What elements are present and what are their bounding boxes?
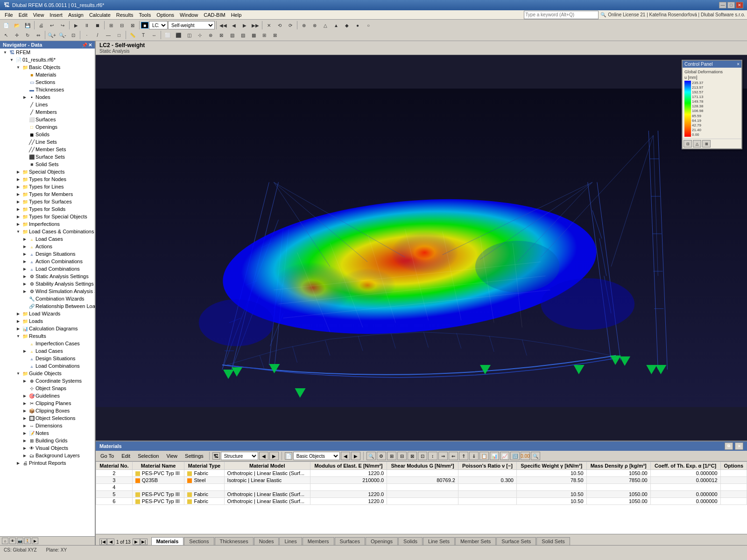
open-button[interactable]: 📂 <box>12 21 22 30</box>
tree-relationship-load[interactable]: 🔗 Relationship Between Load Case... <box>0 302 95 310</box>
tool-3[interactable]: ⟳ <box>285 21 296 30</box>
viewport-3d[interactable]: Control Panel × Global Deformations u [m… <box>96 55 747 441</box>
table-btn-4[interactable]: ⊡ <box>418 452 427 460</box>
page-next[interactable]: ▶ <box>133 539 140 545</box>
render-mode-2[interactable]: ▨ <box>238 30 248 40</box>
menu-assign[interactable]: Assign <box>65 12 86 18</box>
tree-results-lcombo[interactable]: ⟁ Load Combinations <box>0 362 95 370</box>
combo-prev[interactable]: ◀ <box>259 452 268 460</box>
tree-combination-wizards[interactable]: 🔧 Combination Wizards <box>0 295 95 302</box>
tree-solid-sets[interactable]: ◾ Solid Sets <box>0 161 95 168</box>
menu-calculate[interactable]: Calculate <box>86 12 113 18</box>
tab-surfaces[interactable]: Surfaces <box>335 537 365 545</box>
tree-line-sets[interactable]: ╱╱ Line Sets <box>0 138 95 146</box>
nav-prev2[interactable]: ◀ <box>229 21 239 30</box>
snap-2[interactable]: ⊛ <box>205 30 216 40</box>
tree-nodes[interactable]: ▶ • Nodes <box>0 93 95 101</box>
view-btn3[interactable]: ⊠ <box>127 21 138 30</box>
tree-actions[interactable]: ▶ ⟁ Actions <box>0 243 95 250</box>
bo-next[interactable]: ▶ <box>351 452 360 460</box>
cp-btn-3[interactable]: ⊞ <box>702 140 711 147</box>
tree-coord-sys[interactable]: ▶ ⊕ Coordinate Systems <box>0 377 95 385</box>
tree-clipping-planes[interactable]: ▶ ✂ Clipping Planes <box>0 399 95 407</box>
table-row[interactable]: 2PES-PVC Typ IIIFabricOrthotropic | Line… <box>96 470 747 477</box>
zoom-in[interactable]: 🔍+ <box>47 30 57 40</box>
view3d-3[interactable]: ◫ <box>184 30 194 40</box>
search-input[interactable] <box>524 11 599 19</box>
tree-imperf-cases[interactable]: ⟁ Imperfection Cases <box>0 340 95 347</box>
view-btn1[interactable]: ⊞ <box>106 21 116 30</box>
tree-stability-analysis[interactable]: ▶ ⚙ Stability Analysis Settings <box>0 280 95 287</box>
tree-imperfections[interactable]: ▶ 📁 Imperfections <box>0 220 95 228</box>
render-btn3[interactable]: ⏹ <box>92 21 103 30</box>
tab-nodes[interactable]: Nodes <box>254 537 279 545</box>
combo-next[interactable]: ▶ <box>269 452 279 460</box>
table-row[interactable]: 6PES-PVC Typ IIIFabricOrthotropic | Line… <box>96 498 747 505</box>
tree-wind-simulation[interactable]: ▶ ⚙ Wind Simulation Analysis Settin... <box>0 287 95 295</box>
table-btn-1[interactable]: ⊞ <box>387 452 396 460</box>
menu-options[interactable]: Options <box>154 12 177 18</box>
filter-btn[interactable]: 🔍 <box>366 452 376 460</box>
settings-button[interactable]: Settings <box>182 453 206 459</box>
extra-3[interactable]: △ <box>320 21 331 30</box>
tree-surface-sets[interactable]: ⬛ Surface Sets <box>0 153 95 161</box>
menu-cad-bim[interactable]: CAD-BIM <box>201 12 228 18</box>
table-btn-7[interactable]: ⇐ <box>449 452 458 460</box>
close-button[interactable]: ✕ <box>736 2 743 8</box>
tree-members[interactable]: ╱ Members <box>0 108 95 116</box>
measure-btn[interactable]: 📏 <box>127 30 138 40</box>
zoom-fit[interactable]: ⊡ <box>68 30 78 40</box>
table-btn-15[interactable]: 🔍 <box>531 452 540 460</box>
tree-solids[interactable]: ◼ Solids <box>0 131 95 138</box>
redo-button[interactable]: ↪ <box>57 21 68 30</box>
table-btn-14[interactable]: 0.00 <box>521 452 530 460</box>
tree-materials[interactable]: ■ Materials <box>0 71 95 78</box>
text-btn[interactable]: T <box>138 30 148 40</box>
table-btn-8[interactable]: ⇑ <box>459 452 468 460</box>
tree-loads[interactable]: ▶ 📁 Loads <box>0 317 95 325</box>
tab-lines[interactable]: Lines <box>279 537 302 545</box>
structure-combo[interactable]: Structure <box>221 452 258 460</box>
scale-btn[interactable]: ⇔ <box>33 30 43 40</box>
tree-basic-objects[interactable]: ▼ 📁 Basic Objects <box>0 63 95 71</box>
render-btn2[interactable]: ⏸ <box>82 21 92 30</box>
tree-member-sets[interactable]: ╱╱ Member Sets <box>0 146 95 153</box>
maximize-button[interactable]: □ <box>727 2 735 8</box>
nav-right-btn[interactable]: ▶ <box>32 538 38 544</box>
tree-dimensions[interactable]: ▶ ↔ Dimensions <box>0 422 95 429</box>
tab-openings[interactable]: Openings <box>366 537 398 545</box>
nav-next2[interactable]: ▶▶ <box>250 21 261 30</box>
panel-float-btn[interactable]: ⧉ <box>725 442 733 450</box>
tab-solids[interactable]: Solids <box>398 537 423 545</box>
tree-surfaces[interactable]: ⬜ Surfaces <box>0 116 95 123</box>
selection-button[interactable]: Selection <box>135 453 162 459</box>
nav-home-btn[interactable]: ⌂ <box>2 538 8 544</box>
tab-sections[interactable]: Sections <box>184 537 214 545</box>
table-btn-10[interactable]: 📋 <box>479 452 489 460</box>
bo-prev[interactable]: ◀ <box>341 452 350 460</box>
tree-obj-selections[interactable]: ▶ 🔲 Object Selections <box>0 414 95 422</box>
tree-notes[interactable]: ▶ 📝 Notes <box>0 429 95 437</box>
nav-eye-btn[interactable]: 👁 <box>9 538 16 544</box>
tab-members[interactable]: Members <box>303 537 334 545</box>
surface-btn[interactable]: □ <box>114 30 124 40</box>
tree-results-lc[interactable]: ▶ ⟁ Load Cases <box>0 347 95 355</box>
tree-sections[interactable]: ▭ Sections <box>0 78 95 86</box>
extra-7[interactable]: ○ <box>363 21 374 30</box>
tree-types-members[interactable]: ▶ 📁 Types for Members <box>0 190 95 198</box>
tree-types-special[interactable]: ▶ 📁 Types for Special Objects <box>0 213 95 220</box>
dimension-btn[interactable]: ↔ <box>149 30 159 40</box>
render-mode-1[interactable]: ▧ <box>227 30 237 40</box>
table-row[interactable]: 5PES-PVC Typ IIIFabricOrthotropic | Line… <box>96 491 747 498</box>
view3d-2[interactable]: ⬛ <box>173 30 183 40</box>
extra-2[interactable]: ⊗ <box>310 21 320 30</box>
table-btn-9[interactable]: ⇓ <box>469 452 479 460</box>
rotate-btn[interactable]: ↻ <box>22 30 33 40</box>
display-1[interactable]: ⊞ <box>259 30 269 40</box>
zoom-out[interactable]: 🔍- <box>57 30 68 40</box>
page-first[interactable]: |◀ <box>99 539 107 545</box>
navigator-close[interactable]: ✕ <box>88 42 92 48</box>
menu-edit[interactable]: Edit <box>16 12 30 18</box>
menu-window[interactable]: Window <box>177 12 201 18</box>
menu-tools[interactable]: Tools <box>136 12 154 18</box>
